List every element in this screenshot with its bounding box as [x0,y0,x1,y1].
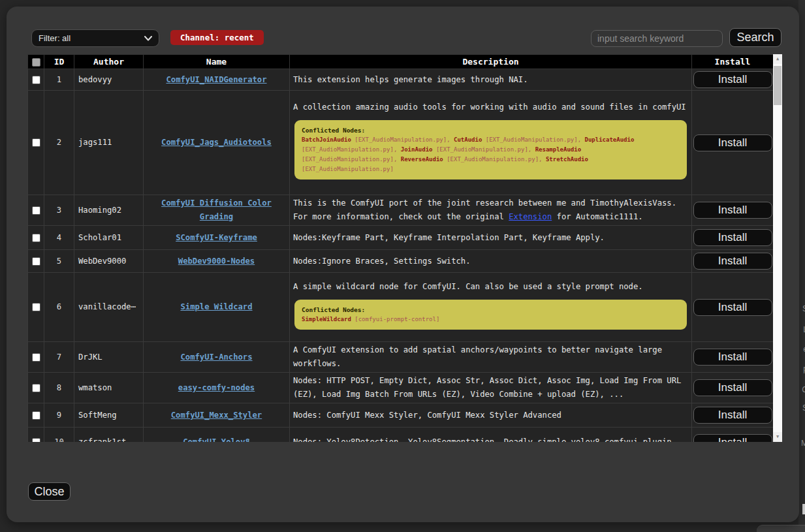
checkbox-cell [28,91,44,195]
background-edge-strip: tSLepCSlM [798,0,805,532]
install-button[interactable]: Install [693,134,772,151]
select-row-checkbox[interactable] [32,206,40,215]
install-button[interactable]: Install [693,202,772,219]
background-text-fragment: S [802,403,805,413]
extension-name-link[interactable]: ComfyUI Diffusion Color Grading [161,198,272,221]
channel-badge: Channel: recent [170,30,264,45]
name-cell: ComfyUI_NAIDGenerator [144,69,290,91]
install-custom-nodes-dialog: Filter: all Channel: recent Search ID Au… [7,7,799,522]
extension-name-link[interactable]: Simple Wildcard [180,302,252,311]
description-cell: Nodes:Keyframe Part, Keyframe Interpolat… [290,226,692,250]
table-row: 1bedovyyComfyUI_NAIDGeneratorThis extens… [28,69,774,91]
background-button-sliver [802,504,805,514]
column-header-name: Name [144,55,290,69]
checkbox-cell [28,428,44,443]
table-row: 7DrJKLComfyUI-AnchorsA ComfyUI extension… [28,342,774,373]
description-cell: Nodes: Yolov8Detection, Yolov8Segmentati… [290,428,692,443]
description-text: A collection amazing audio tools for wor… [293,101,688,114]
description-text: A simple wildcard node for ComfyUI. Can … [293,280,688,294]
name-cell: ComfyUI_Mexx_Styler [144,403,290,428]
table-row: 6vanillacode⋯Simple WildcardA simple wil… [28,273,774,342]
row-id: 4 [44,226,74,250]
description-text: Nodes:Ignore Braces, Settings Switch. [293,255,688,268]
custom-nodes-table: ID Author Name Description Install 1bedo… [27,54,773,442]
extension-name-link[interactable]: ComfyUI_NAIDGenerator [166,75,266,84]
conflicted-nodes-box: Conflicted Nodes:SimpleWildcard [comfyui… [294,300,687,330]
table-row: 3Haoming02ComfyUI Diffusion Color Gradin… [28,195,774,226]
close-button[interactable]: Close [28,482,71,501]
install-button[interactable]: Install [693,299,772,316]
description-cell: Nodes:Ignore Braces, Settings Switch. [290,250,692,273]
name-cell: SComfyUI-Keyframe [144,226,290,250]
vertical-scrollbar[interactable]: ▲ ▼ [773,54,782,442]
conflicted-nodes-list: BatchJoinAudio [EXT_AudioManipulation.py… [302,135,680,174]
install-button[interactable]: Install [693,349,772,366]
checkbox-cell [28,373,44,403]
checkbox-cell [28,403,44,428]
description-cell: A simple wildcard node for ComfyUI. Can … [290,273,692,342]
table-row: 9SoftMengComfyUI_Mexx_StylerNodes: Comfy… [28,403,774,428]
select-row-checkbox[interactable] [32,303,40,311]
row-author: zcfrank1st [74,428,144,443]
column-header-install: Install [692,55,774,69]
table-header-row: ID Author Name Description Install [28,55,774,69]
external-extension-link[interactable]: Extension [509,212,552,221]
install-cell: Install [692,428,774,443]
scrollbar-up-arrow-icon[interactable]: ▲ [773,54,782,64]
name-cell: Simple Wildcard [144,273,290,342]
install-button[interactable]: Install [693,434,772,443]
select-row-checkbox[interactable] [32,76,40,84]
extension-name-link[interactable]: SComfyUI-Keyframe [176,233,257,242]
select-row-checkbox[interactable] [32,138,40,147]
row-id: 5 [44,250,74,273]
select-row-checkbox[interactable] [32,257,40,266]
description-text: Nodes: Yolov8Detection, Yolov8Segmentati… [293,435,688,442]
description-cell: A ComfyUI extension to add spatial ancho… [290,342,692,373]
checkbox-cell [28,250,44,273]
install-cell: Install [692,373,774,403]
install-button[interactable]: Install [693,71,772,88]
install-button[interactable]: Install [693,253,772,270]
name-cell: ComfyUI_Jags_Audiotools [144,91,290,195]
conflicted-nodes-box: Conflicted Nodes:BatchJoinAudio [EXT_Aud… [294,120,687,180]
select-row-checkbox[interactable] [32,438,40,442]
select-row-checkbox[interactable] [32,234,40,242]
filter-select[interactable]: Filter: all [31,29,159,47]
select-row-checkbox[interactable] [32,411,40,420]
name-cell: ComfyUI Yolov8 [144,428,290,443]
search-input[interactable] [591,30,723,47]
install-cell: Install [692,91,774,195]
table-scroll-region[interactable]: ID Author Name Description Install 1bedo… [27,54,773,442]
custom-nodes-tbody: 1bedovyyComfyUI_NAIDGeneratorThis extens… [28,69,774,443]
search-button[interactable]: Search [729,28,781,47]
checkbox-cell [28,342,44,373]
checkbox-cell [28,195,44,226]
extension-name-link[interactable]: easy-comfy-nodes [178,383,255,392]
extension-name-link[interactable]: ComfyUI_Mexx_Styler [171,411,262,420]
select-row-checkbox[interactable] [32,384,40,392]
select-row-checkbox[interactable] [32,353,40,362]
extension-name-link[interactable]: ComfyUI-Anchors [180,352,252,362]
scrollbar-down-arrow-icon[interactable]: ▼ [773,432,782,442]
extension-name-link[interactable]: ComfyUI Yolov8 [183,437,250,442]
row-author: jags111 [74,91,144,195]
name-cell: ComfyUI-Anchors [144,342,290,373]
table-row: 5WebDev9000WebDev9000-NodesNodes:Ignore … [28,250,774,273]
row-id: 9 [44,403,74,428]
install-button[interactable]: Install [693,407,772,424]
name-cell: WebDev9000-Nodes [144,250,290,273]
extension-name-link[interactable]: ComfyUI_Jags_Audiotools [161,138,272,147]
conflicted-nodes-list: SimpleWildcard [comfyui-prompt-control] [302,315,680,324]
select-all-checkbox[interactable] [32,58,40,67]
background-menu-panel [757,525,805,532]
description-text: Nodes: HTTP POST, Empty Dict, Assoc Str,… [293,374,688,401]
install-cell: Install [692,226,774,250]
description-cell: Nodes: ComfyUI Mexx Styler, ComfyUI Mexx… [290,403,692,428]
scrollbar-thumb[interactable] [774,66,781,105]
checkbox-cell [28,226,44,250]
install-button[interactable]: Install [693,229,772,246]
install-button[interactable]: Install [693,379,772,396]
table-row: 8wmatsoneasy-comfy-nodesNodes: HTTP POST… [28,373,774,403]
extension-name-link[interactable]: WebDev9000-Nodes [178,257,255,266]
column-header-author: Author [74,55,144,69]
